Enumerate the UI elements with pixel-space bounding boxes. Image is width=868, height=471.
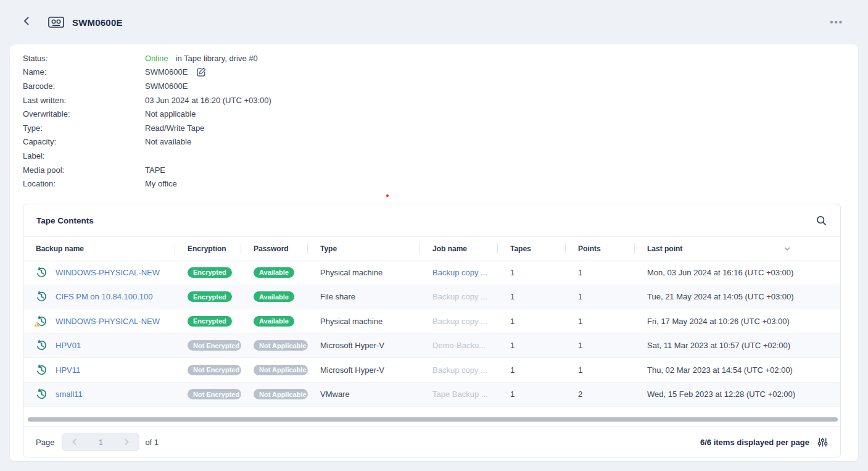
job-name-link: Demo-Backu...: [432, 341, 486, 350]
search-button[interactable]: [816, 215, 827, 227]
backup-name-link[interactable]: small11: [56, 390, 83, 399]
table-row[interactable]: CIFS PM on 10.84.100.100 Encrypted Avail…: [23, 285, 840, 310]
column-header-backup-name[interactable]: Backup name: [23, 237, 175, 260]
status-location-text: in Tape library, drive #0: [176, 54, 258, 63]
encryption-cell: Not Encrypted ...: [175, 334, 241, 358]
encryption-cell: Encrypted: [175, 285, 241, 309]
restore-point-icon: [36, 388, 48, 400]
backup-name-link[interactable]: HPV01: [56, 341, 81, 350]
detail-row-label: Label:: [23, 149, 858, 163]
tapes-cell: 1: [498, 358, 566, 382]
backup-name-cell: small11: [23, 383, 175, 407]
password-badge: Available: [254, 291, 294, 302]
tapes-cell: 1: [498, 285, 566, 309]
column-header-password[interactable]: Password: [241, 237, 308, 260]
detail-row-barcode: Barcode: SWM0600E: [23, 79, 858, 93]
column-header-type[interactable]: Type: [308, 237, 420, 260]
top-bar: SWM0600E •••: [0, 0, 868, 44]
detail-value: Not available: [145, 137, 191, 146]
backup-name-link[interactable]: CIFS PM on 10.84.100.100: [56, 292, 153, 301]
encryption-cell: Not Encrypted ...: [175, 358, 241, 382]
encryption-badge: Encrypted: [188, 316, 232, 327]
previous-page-button[interactable]: [62, 433, 87, 451]
detail-value: Read/Write Tape: [145, 123, 204, 133]
detail-row-status: Status: Online in Tape library, drive #0: [23, 51, 858, 65]
detail-label: Capacity:: [23, 137, 145, 146]
red-dot-artifact: [386, 194, 389, 197]
job-name-link: Backup copy ...: [432, 317, 487, 326]
type-cell: VMware: [308, 383, 420, 407]
detail-label: Barcode:: [23, 81, 145, 91]
detail-row-location: Location: My office: [23, 177, 858, 191]
tapes-cell: 1: [498, 261, 566, 285]
footer-right: 6/6 items displayed per page: [700, 437, 828, 448]
job-name-cell: Backup copy ...: [420, 358, 498, 382]
detail-value: 03 Jun 2024 at 16:20 (UTC +03:00): [145, 96, 271, 105]
backup-name-link[interactable]: HPV11: [56, 365, 80, 375]
page-count-label: of 1: [145, 438, 159, 447]
password-badge: Available: [254, 267, 294, 278]
details-card: Status: Online in Tape library, drive #0…: [10, 44, 858, 461]
display-settings-button[interactable]: [817, 437, 828, 448]
table-row[interactable]: small11 Not Encrypted ... Not Applicable…: [23, 383, 840, 407]
job-name-cell: Backup copy ...: [420, 309, 498, 333]
job-name-link: Backup copy ...: [432, 292, 487, 301]
detail-row-name: Name: SWM0600E: [23, 65, 858, 80]
detail-value: Not applicable: [145, 109, 196, 119]
points-cell: 1: [566, 334, 635, 358]
points-cell: 1: [566, 309, 635, 333]
table-row[interactable]: WINDOWS-PHYSICAL-NEW Encrypted Available…: [23, 309, 840, 334]
points-cell: 1: [566, 261, 635, 285]
column-header-points[interactable]: Points: [566, 237, 635, 260]
type-cell: Physical machine: [308, 261, 420, 285]
tapes-cell: 1: [498, 309, 566, 333]
more-options-button[interactable]: •••: [830, 19, 843, 25]
password-cell: Available: [241, 261, 308, 285]
backup-name-link[interactable]: WINDOWS-PHYSICAL-NEW: [56, 317, 160, 326]
last-point-cell: Mon, 03 Jun 2024 at 16:16 (UTC +03:00): [635, 261, 840, 285]
tape-details-screen: SWM0600E ••• Status: Online in Tape libr…: [0, 0, 868, 471]
backup-name-cell: CIFS PM on 10.84.100.100: [23, 285, 175, 309]
password-cell: Not Applicable ...: [241, 383, 308, 407]
last-point-cell: Fri, 17 May 2024 at 10:26 (UTC +03:00): [635, 309, 840, 333]
tapes-cell: 1: [498, 383, 566, 407]
next-page-button[interactable]: [114, 433, 139, 451]
tape-cartridge-icon: [48, 16, 64, 28]
back-button[interactable]: [21, 15, 32, 29]
points-cell: 1: [566, 285, 635, 309]
detail-row-capacity: Capacity: Not available: [23, 135, 858, 149]
encryption-cell: Not Encrypted ...: [175, 383, 241, 407]
column-header-tapes[interactable]: Tapes: [498, 237, 566, 260]
chevron-left-icon: [70, 438, 79, 446]
password-badge: Not Applicable ...: [254, 365, 308, 375]
points-cell: 1: [566, 358, 635, 382]
backup-name-cell: WINDOWS-PHYSICAL-NEW: [23, 261, 175, 285]
page-number-input[interactable]: [87, 434, 114, 450]
job-name-cell: Tape Backup ...: [420, 383, 498, 407]
table-row[interactable]: HPV11 Not Encrypted ... Not Applicable .…: [23, 358, 840, 383]
last-point-cell: Tue, 21 May 2024 at 14:05 (UTC +03:00): [635, 285, 840, 309]
password-cell: Not Applicable ...: [241, 358, 308, 382]
type-cell: Microsoft Hyper-V: [308, 358, 420, 382]
password-badge: Not Applicable ...: [254, 340, 308, 351]
table-row[interactable]: WINDOWS-PHYSICAL-NEW Encrypted Available…: [23, 261, 840, 285]
column-header-job-name[interactable]: Job name: [420, 237, 498, 260]
column-header-last-point-label: Last point: [647, 244, 682, 253]
pager-control: [62, 433, 139, 451]
horizontal-scrollbar[interactable]: [28, 417, 838, 422]
backup-name-link[interactable]: WINDOWS-PHYSICAL-NEW: [56, 268, 160, 277]
sort-chevron-down-icon[interactable]: [783, 245, 791, 252]
column-header-last-point[interactable]: Last point: [635, 237, 840, 260]
job-name-link: Backup copy ...: [432, 365, 487, 375]
job-name-link[interactable]: Backup copy ...: [432, 268, 487, 277]
column-header-encryption[interactable]: Encryption: [175, 237, 241, 260]
detail-row-type: Type: Read/Write Tape: [23, 121, 858, 135]
tape-contents-panel: Tape Contents Backup name Encryption Pas…: [23, 204, 841, 457]
detail-value: My office: [145, 179, 177, 188]
chevron-right-icon: [122, 438, 131, 446]
table-row[interactable]: HPV01 Not Encrypted ... Not Applicable .…: [23, 334, 840, 359]
detail-label: Name:: [23, 67, 145, 77]
detail-label: Last written:: [23, 96, 145, 105]
search-icon: [816, 215, 827, 227]
edit-name-button[interactable]: [196, 67, 207, 77]
